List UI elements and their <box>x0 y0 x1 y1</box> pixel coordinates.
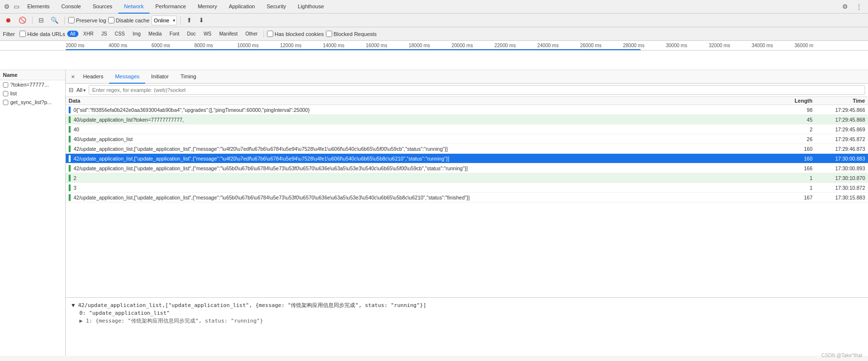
row-length-2: 2 <box>787 126 816 132</box>
timeline-bar: 2000 ms 4000 ms 6000 ms 8000 ms 10000 ms… <box>0 41 868 51</box>
more-icon[interactable]: ⋮ <box>854 2 864 11</box>
timeline-label-5: 12000 ms <box>280 43 323 48</box>
has-blocked-cookies-checkbox[interactable]: Has blocked cookies <box>267 31 324 37</box>
tab-elements[interactable]: Elements <box>21 0 56 14</box>
detail-tab-messages[interactable]: Messages <box>109 70 145 84</box>
tab-console[interactable]: Console <box>56 0 87 14</box>
data-row-4[interactable]: 42/update_application_list,["update_appl… <box>66 144 868 154</box>
filter-type-img[interactable]: Img <box>130 31 144 37</box>
row-time-8: 17:30:10.872 <box>816 185 865 191</box>
filter-type-css[interactable]: CSS <box>112 31 128 37</box>
has-blocked-cookies-label: Has blocked cookies <box>275 31 324 37</box>
timeline-label-7: 16000 ms <box>366 43 409 48</box>
row-indicator-1 <box>69 116 71 123</box>
waterfall-area <box>0 51 868 70</box>
decoded-expand-icon[interactable]: ▶ 1: {message: "传统架构应用信息同步完成", status: "… <box>79 318 263 324</box>
has-blocked-cookies-input[interactable] <box>267 31 273 37</box>
request-checkbox-2[interactable] <box>3 100 8 105</box>
stop-recording-btn[interactable]: ⏺ <box>3 16 14 25</box>
filter-dropdown-arrow[interactable]: ▾ <box>83 88 86 93</box>
row-indicator-7 <box>69 175 71 181</box>
request-item-2[interactable]: get_sync_list?p... <box>0 98 65 107</box>
timeline-label-4: 10000 ms <box>237 43 280 48</box>
filter-type-doc[interactable]: Doc <box>184 31 199 37</box>
row-indicator-9 <box>69 194 71 201</box>
row-indicator-0 <box>69 107 71 113</box>
data-row-3[interactable]: 40/update_application_list 26 17:29:45.8… <box>66 134 868 144</box>
data-row-8[interactable]: 3 1 17:30:10.872 <box>66 183 868 193</box>
data-row-7[interactable]: 2 1 17:30:10.870 <box>66 173 868 183</box>
tab-performance[interactable]: Performance <box>150 0 192 14</box>
request-label-1: list <box>10 90 17 96</box>
request-checkbox-0[interactable] <box>3 82 8 88</box>
row-indicator-4 <box>69 145 71 152</box>
online-select[interactable]: Online <box>151 16 177 25</box>
filter-type-all[interactable]: All <box>67 31 78 37</box>
filter-type-xhr[interactable]: XHR <box>80 31 96 37</box>
timeline-label-9: 20000 ms <box>452 43 494 48</box>
filter-type-js[interactable]: JS <box>98 31 110 37</box>
row-time-9: 17:30:15.883 <box>816 195 865 200</box>
detail-tab-initiator[interactable]: Initiator <box>145 70 174 84</box>
filter-type-font[interactable]: Font <box>167 31 182 37</box>
clear-btn[interactable]: 🚫 <box>16 16 29 25</box>
filter-type-ws[interactable]: WS <box>201 31 214 37</box>
row-time-1: 17:29:45.868 <box>816 117 865 123</box>
data-row-0[interactable]: 0{"sid":"f93856efa0b242e0aa3693004ab90ba… <box>66 105 868 115</box>
filter-icon[interactable]: ⊟ <box>36 16 46 25</box>
filter-type-media[interactable]: Media <box>146 31 165 37</box>
row-length-3: 26 <box>787 136 816 142</box>
search-btn[interactable]: 🔍 <box>48 16 61 25</box>
close-detail-btn[interactable]: × <box>69 72 77 81</box>
preserve-log-checkbox[interactable]: Preserve log <box>68 17 106 23</box>
import-btn[interactable]: ⬆ <box>184 16 194 25</box>
row-length-1: 45 <box>787 117 816 123</box>
network-toolbar: ⏺ 🚫 ⊟ 🔍 Preserve log Disable cache Onlin… <box>0 14 868 27</box>
request-label-2: get_sync_list?p... <box>10 99 52 105</box>
disable-cache-input[interactable] <box>108 17 114 23</box>
disable-cache-checkbox[interactable]: Disable cache <box>108 17 150 23</box>
timeline-label-1: 4000 ms <box>109 43 151 48</box>
timeline-label-17: 36000 m <box>794 43 837 48</box>
detail-tab-timing[interactable]: Timing <box>174 70 202 84</box>
blocked-requests-checkbox[interactable]: Blocked Requests <box>326 31 377 37</box>
filter-type-other[interactable]: Other <box>243 31 261 37</box>
row-length-4: 160 <box>787 146 816 152</box>
hide-data-urls-checkbox[interactable]: Hide data URLs <box>19 31 65 37</box>
request-item-1[interactable]: list <box>0 89 65 98</box>
row-time-7: 17:30:10.870 <box>816 175 865 181</box>
devtools-icon[interactable]: ⚙ <box>2 2 12 11</box>
data-row-1[interactable]: 40/update_application_list?token=7777777… <box>66 115 868 125</box>
tab-application[interactable]: Application <box>223 0 261 14</box>
timeline-label-2: 6000 ms <box>151 43 194 48</box>
row-text-2: 40 <box>74 126 787 132</box>
row-time-2: 17:29:45.869 <box>816 126 865 132</box>
regex-filter-input[interactable] <box>89 85 865 95</box>
tab-memory[interactable]: Memory <box>192 0 223 14</box>
filter-type-manifest[interactable]: Manifest <box>216 31 241 37</box>
tab-lighthouse[interactable]: Lighthouse <box>292 0 330 14</box>
timeline-labels: 2000 ms 4000 ms 6000 ms 8000 ms 10000 ms… <box>0 43 868 48</box>
data-row-6[interactable]: 42/update_application_list,["update_appl… <box>66 163 868 173</box>
device-icon[interactable]: ▭ <box>12 2 21 11</box>
tab-sources[interactable]: Sources <box>87 0 118 14</box>
data-row-5[interactable]: 42/update_application_list,["update_appl… <box>66 154 868 163</box>
data-row-2[interactable]: 40 2 17:29:45.869 <box>66 125 868 134</box>
row-text-1: 40/update_application_list?token=7777777… <box>74 117 787 123</box>
funnel-icon[interactable]: ⊟ <box>69 87 74 93</box>
request-item-0[interactable]: ?token=77777... <box>0 80 65 89</box>
detail-tab-headers[interactable]: Headers <box>77 70 110 84</box>
preserve-log-input[interactable] <box>68 17 75 23</box>
hide-data-urls-input[interactable] <box>19 31 26 37</box>
export-btn[interactable]: ⬇ <box>196 16 207 25</box>
data-row-9[interactable]: 42/update_application_list,["update_appl… <box>66 193 868 202</box>
blocked-requests-input[interactable] <box>326 31 332 37</box>
tab-security[interactable]: Security <box>261 0 292 14</box>
timeline-progress-bar <box>66 49 641 50</box>
online-select-wrap[interactable]: Online <box>151 16 177 25</box>
settings-icon[interactable]: ⚙ <box>840 2 850 11</box>
data-header-time: Time <box>816 98 865 104</box>
request-checkbox-1[interactable] <box>3 91 8 96</box>
tab-network[interactable]: Network <box>118 0 150 14</box>
toolbar-separator-1 <box>32 17 33 24</box>
